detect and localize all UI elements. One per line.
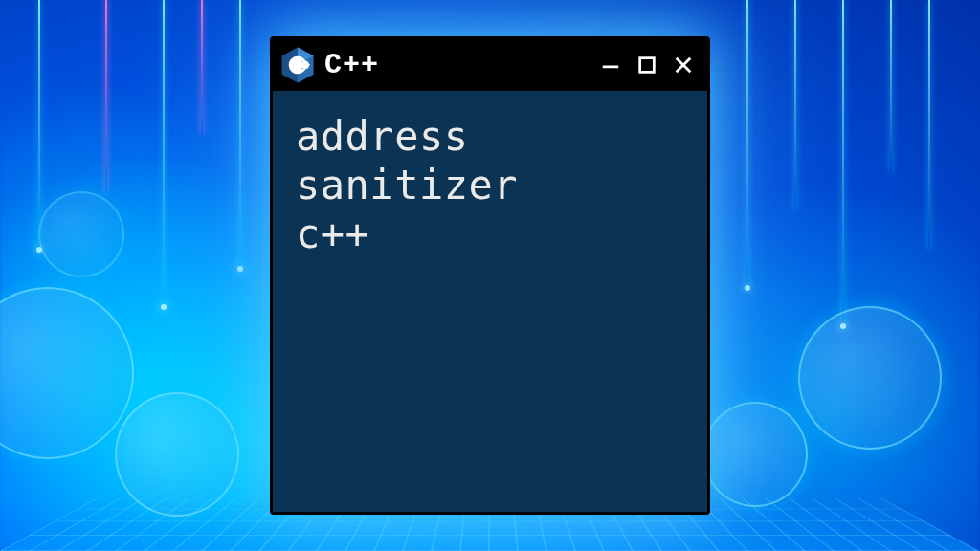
svg-rect-8 [640, 58, 655, 73]
svg-rect-6 [305, 64, 310, 65]
close-button[interactable] [671, 51, 696, 79]
terminal-window: C++ address sanitizer c++ [270, 36, 710, 515]
maximize-button[interactable] [635, 51, 659, 79]
minimize-button[interactable] [598, 51, 623, 79]
terminal-text: address sanitizer c++ [296, 112, 684, 259]
titlebar[interactable]: C++ [273, 39, 707, 91]
cpp-logo-icon [280, 46, 315, 84]
window-title: C++ [324, 49, 589, 81]
window-controls [598, 51, 696, 79]
terminal-window-glow: C++ address sanitizer c++ [270, 36, 710, 515]
svg-rect-4 [300, 64, 304, 65]
terminal-content: address sanitizer c++ [273, 91, 707, 512]
